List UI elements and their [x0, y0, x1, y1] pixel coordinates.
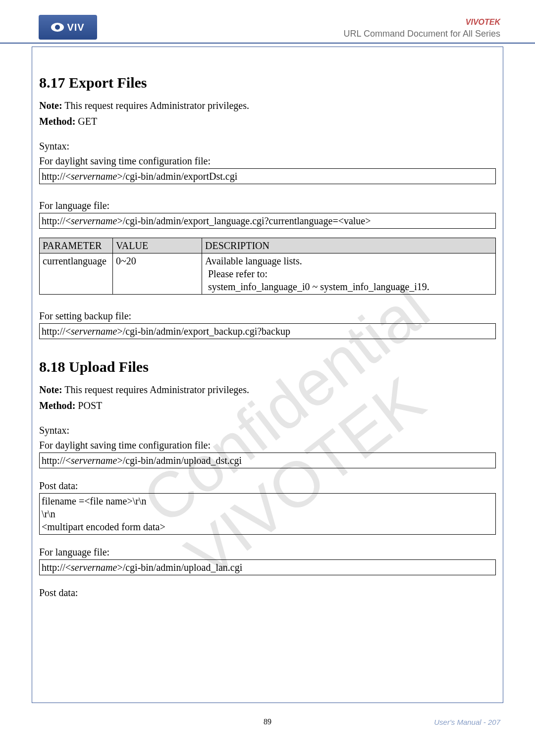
- document-header: VIV VIVOTEK URL Command Document for All…: [0, 0, 535, 44]
- document-title: URL Command Document for All Series: [344, 29, 500, 39]
- cell-param: currentlanguage: [40, 253, 113, 295]
- method-label: Method:: [39, 116, 75, 127]
- dst-url-box: http://<servername>/cgi-bin/admin/export…: [39, 168, 496, 184]
- url-servername: servername: [71, 326, 117, 337]
- cell-description: Available language lists. Please refer t…: [202, 253, 496, 295]
- cell-value: 0~20: [113, 253, 202, 295]
- desc-line2: Please refer to:: [205, 267, 492, 280]
- syntax-label: Syntax:: [39, 424, 496, 437]
- lang-url-box: http://<servername>/cgi-bin/admin/export…: [39, 213, 496, 229]
- url-suffix: >/cgi-bin/admin/export_backup.cgi?backup: [117, 326, 290, 337]
- note-line: Note: This request requires Administrato…: [39, 383, 496, 396]
- table-header-row: PARAMETER VALUE DESCRIPTION: [40, 238, 496, 253]
- url-servername: servername: [71, 215, 117, 226]
- method-value: POST: [75, 400, 102, 411]
- syntax-label: Syntax:: [39, 140, 496, 152]
- url-prefix: http://<: [42, 562, 71, 573]
- desc-line3: system_info_language_i0 ~ system_info_la…: [205, 280, 492, 293]
- note-text: This request requires Administrator priv…: [62, 100, 249, 111]
- table-row: currentlanguage 0~20 Available language …: [40, 253, 496, 295]
- url-prefix: http://<: [42, 171, 71, 182]
- url-suffix: >/cgi-bin/admin/export_language.cgi?curr…: [117, 215, 371, 226]
- logo-text: VIV: [67, 22, 84, 33]
- backup-url-box: http://<servername>/cgi-bin/admin/export…: [39, 323, 496, 339]
- note-label: Note:: [39, 100, 62, 111]
- logo-eye-icon: [51, 23, 64, 32]
- post-data-label: Post data:: [39, 479, 496, 492]
- post-line1: filename =<file name>\r\n: [42, 495, 493, 507]
- dst-config-label: For daylight saving time configuration f…: [39, 154, 496, 167]
- url-prefix: http://<: [42, 215, 71, 226]
- post-data-label: Post data:: [39, 586, 496, 599]
- post-line2: \r\n: [42, 507, 493, 520]
- desc-line1: Available language lists.: [205, 254, 492, 267]
- manual-reference: User's Manual - 207: [434, 718, 500, 726]
- method-value: GET: [75, 116, 97, 127]
- lang-file-label: For language file:: [39, 199, 496, 212]
- content-frame: Confidential VIVOTEK 8.17 Export Files N…: [32, 47, 503, 703]
- url-prefix: http://<: [42, 326, 71, 337]
- section-title-export-files: 8.17 Export Files: [39, 73, 496, 92]
- url-suffix: >/cgi-bin/admin/upload_dst.cgi: [117, 455, 242, 466]
- header-parameter: PARAMETER: [40, 238, 113, 253]
- url-servername: servername: [71, 171, 117, 182]
- note-label: Note:: [39, 384, 62, 395]
- dst-config-label: For daylight saving time configuration f…: [39, 439, 496, 452]
- method-label: Method:: [39, 400, 75, 411]
- post-line3: <multipart encoded form data>: [42, 520, 493, 533]
- lang-file-label: For language file:: [39, 546, 496, 558]
- method-line: Method: GET: [39, 115, 496, 128]
- url-prefix: http://<: [42, 455, 71, 466]
- upload-lang-url-box: http://<servername>/cgi-bin/admin/upload…: [39, 559, 496, 575]
- backup-file-label: For setting backup file:: [39, 309, 496, 322]
- url-servername: servername: [71, 455, 117, 466]
- header-description: DESCRIPTION: [202, 238, 496, 253]
- section-title-upload-files: 8.18 Upload Files: [39, 357, 496, 376]
- note-text: This request requires Administrator priv…: [62, 384, 249, 395]
- parameter-table: PARAMETER VALUE DESCRIPTION currentlangu…: [39, 238, 496, 295]
- brand-name: VIVOTEK: [466, 18, 500, 27]
- note-line: Note: This request requires Administrato…: [39, 99, 496, 112]
- upload-dst-url-box: http://<servername>/cgi-bin/admin/upload…: [39, 453, 496, 468]
- url-servername: servername: [71, 562, 117, 573]
- url-suffix: >/cgi-bin/admin/upload_lan.cgi: [117, 562, 242, 573]
- post-data-box: filename =<file name>\r\n \r\n <multipar…: [39, 493, 496, 535]
- method-line: Method: POST: [39, 399, 496, 412]
- url-suffix: >/cgi-bin/admin/exportDst.cgi: [117, 171, 237, 182]
- vivotek-logo: VIV: [39, 15, 97, 40]
- header-value: VALUE: [113, 238, 202, 253]
